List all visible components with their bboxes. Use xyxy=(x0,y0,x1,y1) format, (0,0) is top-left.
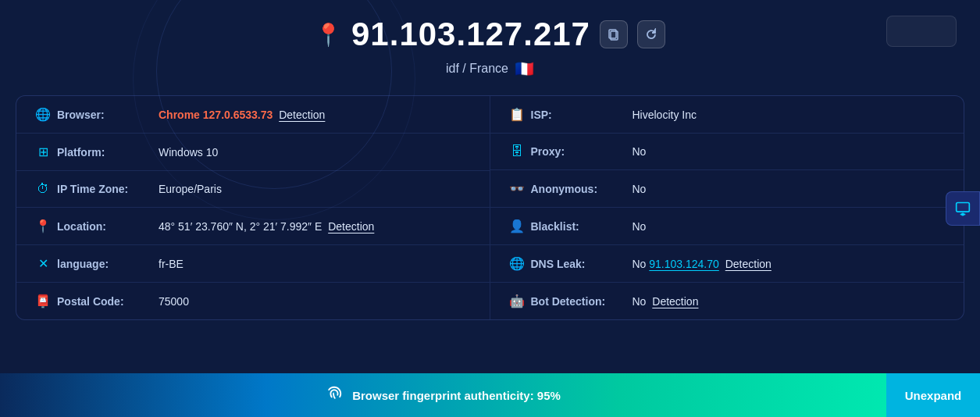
language-label: language: xyxy=(57,258,159,270)
proxy-label: Proxy: xyxy=(531,145,633,158)
postal-value: 75000 xyxy=(159,295,471,308)
blacklist-label: Blacklist: xyxy=(531,220,633,233)
postal-row: 📮 Postal Code: 75000 xyxy=(16,283,490,319)
ip-row: 📍 91.103.127.217 xyxy=(0,16,980,53)
header: 📍 91.103.127.217 idf / France 🇫🇷 xyxy=(0,0,980,87)
proxy-value: No xyxy=(633,145,946,158)
location-pin-icon: 📍 xyxy=(315,22,342,48)
bot-label: Bot Detection: xyxy=(531,295,633,308)
proxy-icon: 🗄 xyxy=(509,144,525,159)
anonymous-icon: 👓 xyxy=(509,181,525,196)
location-row-info: 📍 Location: 48° 51′ 23.760″ N, 2° 21′ 7.… xyxy=(16,208,490,245)
dns-leak-row: 🌐 DNS Leak: No 91.103.124.70 Detection xyxy=(490,245,964,283)
platform-row: ⊞ Platform: Windows 10 xyxy=(16,134,490,171)
location-value: 48° 51′ 23.760″ N, 2° 21′ 7.992″ E Detec… xyxy=(159,220,471,233)
dns-value: No 91.103.124.70 Detection xyxy=(633,258,946,270)
timezone-icon: ⏱ xyxy=(35,182,51,196)
language-icon: ✕ xyxy=(35,256,51,271)
browser-icon: 🌐 xyxy=(35,107,51,122)
bot-icon: 🤖 xyxy=(509,294,525,308)
timezone-value: Europe/Paris xyxy=(159,183,471,195)
postal-label: Postal Code: xyxy=(57,295,159,308)
dns-ip-link[interactable]: 91.103.124.70 xyxy=(649,258,719,270)
dns-label: DNS Leak: xyxy=(531,258,633,270)
dns-detection-link[interactable]: Detection xyxy=(725,258,772,270)
bot-detection-link[interactable]: Detection xyxy=(652,295,698,308)
fingerprint-icon xyxy=(326,385,343,406)
isp-label: ISP: xyxy=(531,109,633,121)
info-grid: 🌐 Browser: Chrome 127.0.6533.73 Detectio… xyxy=(16,96,964,319)
fingerprint-text: Browser fingerprint authenticity: 95% xyxy=(352,389,561,402)
anonymous-row: 👓 Anonymous: No xyxy=(490,170,964,208)
postal-icon: 📮 xyxy=(35,294,51,308)
location-text: idf / France xyxy=(446,62,508,76)
proxy-row: 🗄 Proxy: No xyxy=(490,134,964,170)
browser-row: 🌐 Browser: Chrome 127.0.6533.73 Detectio… xyxy=(16,96,490,134)
refresh-button[interactable] xyxy=(637,20,665,48)
fingerprint-bar: Browser fingerprint authenticity: 95% xyxy=(0,373,886,417)
location-detection-link[interactable]: Detection xyxy=(328,220,374,233)
anonymous-label: Anonymous: xyxy=(531,183,633,195)
bottom-bar: Browser fingerprint authenticity: 95% Un… xyxy=(0,373,980,417)
copy-button[interactable] xyxy=(600,20,628,48)
location-icon: 📍 xyxy=(35,219,51,233)
timezone-row: ⏱ IP Time Zone: Europe/Paris xyxy=(16,171,490,208)
float-side-button[interactable] xyxy=(946,191,980,226)
bot-value: No Detection xyxy=(633,295,946,308)
svg-rect-2 xyxy=(957,203,970,212)
dns-icon: 🌐 xyxy=(509,256,525,271)
blacklist-row: 👤 Blacklist: No xyxy=(490,208,964,245)
right-column: 📋 ISP: Hivelocity Inc 🗄 Proxy: No 👓 Anon… xyxy=(490,96,964,319)
anonymous-value: No xyxy=(633,183,946,195)
bot-detection-row: 🤖 Bot Detection: No Detection xyxy=(490,283,964,319)
browser-value: Chrome 127.0.6533.73 Detection xyxy=(159,109,471,121)
isp-row: 📋 ISP: Hivelocity Inc xyxy=(490,96,964,134)
left-column: 🌐 Browser: Chrome 127.0.6533.73 Detectio… xyxy=(16,96,490,319)
platform-icon: ⊞ xyxy=(35,144,51,159)
location-row: idf / France 🇫🇷 xyxy=(0,59,980,78)
platform-label: Platform: xyxy=(57,146,159,159)
location-label: Location: xyxy=(57,220,159,233)
browser-label: Browser: xyxy=(57,109,159,121)
isp-value: Hivelocity Inc xyxy=(633,109,946,121)
language-row: ✕ language: fr-BE xyxy=(16,245,490,283)
timezone-label: IP Time Zone: xyxy=(57,183,159,195)
info-card: 🌐 Browser: Chrome 127.0.6533.73 Detectio… xyxy=(16,95,964,320)
browser-version: Chrome 127.0.6533.73 xyxy=(159,109,273,121)
top-right-placeholder xyxy=(886,16,957,47)
blacklist-value: No xyxy=(633,220,946,233)
isp-icon: 📋 xyxy=(509,107,525,122)
flag-icon: 🇫🇷 xyxy=(515,59,534,78)
platform-value: Windows 10 xyxy=(159,146,471,159)
language-value: fr-BE xyxy=(159,258,471,270)
unexpand-button[interactable]: Unexpand xyxy=(886,373,980,417)
blacklist-icon: 👤 xyxy=(509,219,525,233)
browser-detection-link[interactable]: Detection xyxy=(279,109,325,121)
ip-address: 91.103.127.217 xyxy=(351,16,590,53)
